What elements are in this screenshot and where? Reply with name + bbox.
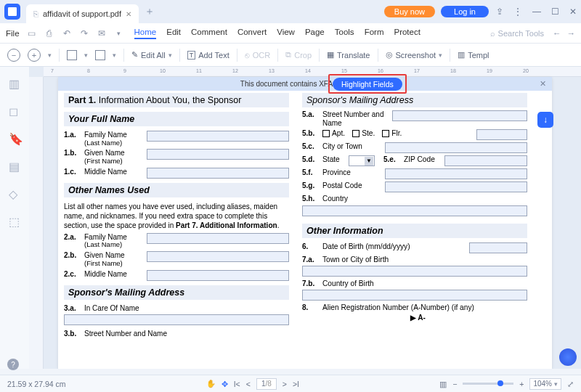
new-tab-button[interactable]: ＋ (145, 5, 155, 18)
mail-icon[interactable]: ✉ (94, 25, 110, 41)
window-close-icon[interactable]: ✕ (569, 7, 577, 17)
tab-protect[interactable]: Protect (394, 28, 420, 39)
zoom-in-sb-icon[interactable]: + (519, 380, 524, 388)
minimize-icon[interactable]: ― (532, 7, 541, 17)
share-icon[interactable]: ⇪ (496, 7, 503, 17)
document-tab[interactable]: ⎘ affidavit of support.pdf ✕ (26, 4, 139, 23)
kebab-icon[interactable]: ⋮ (513, 7, 522, 17)
right-column: Sponsor's Mailing Address 5.a.Street Num… (302, 77, 527, 369)
section-fullname: Your Full Name (64, 112, 289, 126)
field-5e[interactable] (444, 155, 527, 166)
help-icon[interactable]: ? (7, 359, 19, 370)
tab-page[interactable]: Page (305, 28, 325, 39)
ruler-vertical (29, 77, 44, 369)
field-5c[interactable] (385, 142, 527, 153)
zoom-out-sb-icon[interactable]: − (452, 380, 457, 388)
field-5a[interactable] (392, 110, 527, 121)
part-header: Part 1. Information About You, the Spons… (64, 93, 289, 107)
ocr-button[interactable]: ⎋OCR (245, 51, 270, 60)
highlight-fields-button[interactable]: Highlight Fields (333, 78, 402, 91)
zoom-in-icon[interactable]: + (28, 49, 41, 62)
edit-all-button[interactable]: ✎Edit All▾ (131, 50, 172, 60)
statusbar: 21.59 x 27.94 cm ✋ ✥ I< < 1/8 > >I ▥ − +… (0, 375, 581, 392)
fit-width-icon[interactable] (95, 50, 105, 60)
field-5f[interactable] (385, 168, 527, 179)
tab-tools[interactable]: Tools (335, 28, 354, 39)
field-1a[interactable] (147, 131, 289, 142)
buy-now-button[interactable]: Buy now (384, 6, 435, 17)
print-icon[interactable]: ⎙ (41, 25, 57, 41)
thumbnails-icon[interactable]: ▥ (9, 77, 20, 89)
translate-icon: ▦ (327, 50, 334, 60)
close-icon[interactable]: ✕ (126, 10, 131, 18)
crop-button[interactable]: ⧉Crop (285, 50, 312, 60)
redo-icon[interactable]: ↷ (76, 25, 92, 41)
menubar: File ▭ ⎙ ↶ ↷ ✉ ▾ Home Edit Comment Conve… (0, 23, 581, 44)
ruler-horizontal: 7891011121314151617181920 (44, 67, 581, 77)
tab-comment[interactable]: Comment (191, 28, 227, 39)
first-page-icon[interactable]: I< (234, 380, 240, 388)
open-icon[interactable]: ▭ (24, 25, 40, 41)
tab-edit[interactable]: Edit (166, 28, 181, 39)
field-6[interactable] (469, 242, 527, 253)
tab-home[interactable]: Home (134, 28, 157, 39)
field-2b[interactable] (147, 251, 289, 262)
fields-icon[interactable]: ⬚ (9, 215, 20, 226)
field-5h[interactable] (302, 205, 527, 216)
login-button[interactable]: Log in (441, 6, 489, 17)
sidebar: ▥ ◻ 🔖 ▤ ◇ ⬚ (0, 67, 29, 369)
field-2c[interactable] (147, 270, 289, 281)
tab-form[interactable]: Form (365, 28, 384, 39)
field-1b[interactable] (147, 149, 289, 160)
bookmarks-icon[interactable]: ◻ (9, 105, 20, 116)
fit-page-icon[interactable] (67, 50, 77, 60)
checkbox-apt[interactable] (322, 130, 330, 137)
crop-icon: ⧉ (285, 50, 291, 60)
save-float-button[interactable]: ↓ (537, 112, 553, 128)
tab-title: affidavit of support.pdf (43, 9, 121, 18)
template-button[interactable]: ▥Templ (458, 50, 489, 60)
pdf-page: ↓ This document contains XFA form fields… (58, 77, 552, 369)
banner-close-icon[interactable]: ✕ (540, 79, 546, 89)
field-1c[interactable] (147, 168, 289, 179)
translate-button[interactable]: ▦Translate (327, 50, 370, 60)
maximize-icon[interactable]: ☐ (551, 7, 559, 17)
field-5g[interactable] (385, 181, 527, 192)
tab-view[interactable]: View (277, 28, 295, 39)
highlight-callout: Highlight Fields (328, 74, 407, 94)
field-7a[interactable] (302, 266, 527, 277)
last-page-icon[interactable]: >I (293, 380, 299, 388)
zoom-slider[interactable] (463, 383, 513, 385)
add-text-button[interactable]: TAdd Text (187, 51, 229, 60)
page-input[interactable]: 1/8 (256, 378, 277, 390)
state-select[interactable]: ▼ (349, 155, 375, 166)
comments-icon[interactable]: ◇ (9, 187, 20, 199)
zoom-out-icon[interactable]: − (7, 49, 20, 62)
fullscreen-icon[interactable]: ⤢ (567, 380, 574, 388)
nav-fwd-icon[interactable]: → (567, 29, 576, 38)
pencil-icon: ✎ (131, 50, 138, 60)
zoom-select[interactable]: 104%▾ (529, 378, 561, 390)
screenshot-button[interactable]: ◎Screenshot▾ (386, 50, 443, 60)
attachments-icon[interactable]: 🔖 (9, 132, 20, 144)
more-icon[interactable]: ▾ (111, 25, 127, 41)
undo-icon[interactable]: ↶ (59, 25, 75, 41)
prev-page-icon[interactable]: < (246, 380, 251, 388)
search-tools[interactable]: ⌕ Search Tools (490, 29, 544, 38)
checkbox-flr[interactable] (382, 130, 389, 137)
field-3a[interactable] (64, 314, 289, 325)
layers-icon[interactable]: ▤ (9, 160, 20, 171)
view-mode-icon[interactable]: ▥ (439, 380, 447, 388)
tab-convert[interactable]: Convert (237, 28, 267, 39)
field-5b[interactable] (476, 129, 527, 140)
field-2a[interactable] (147, 233, 289, 244)
checkbox-ste[interactable] (352, 130, 359, 137)
field-7b[interactable] (302, 290, 527, 301)
hand-tool-icon[interactable]: ✋ (206, 379, 216, 388)
file-menu[interactable]: File (6, 29, 20, 38)
settings-float-icon[interactable] (559, 348, 577, 366)
select-tool-icon[interactable]: ✥ (222, 380, 228, 388)
next-page-icon[interactable]: > (283, 380, 287, 388)
document-viewport[interactable]: 7891011121314151617181920 ↓ This documen… (29, 67, 581, 369)
nav-back-icon[interactable]: ← (553, 29, 561, 38)
